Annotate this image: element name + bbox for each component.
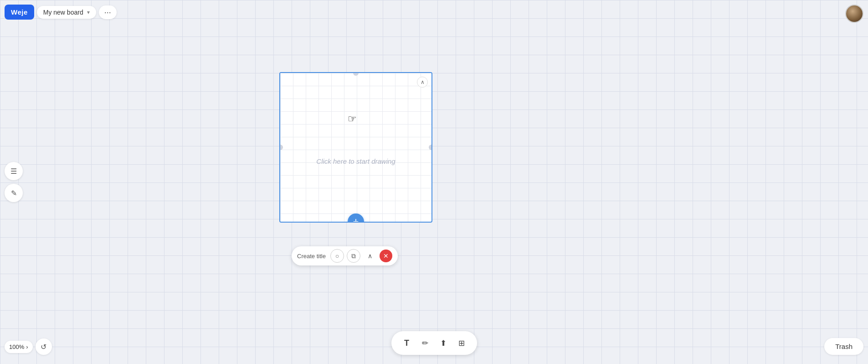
collapse-button[interactable]: ∧ — [417, 77, 428, 88]
close-node-button[interactable]: ✕ — [380, 250, 392, 262]
board-name-container[interactable]: My new board ▾ — [37, 6, 96, 19]
board-name-text: My new board — [43, 9, 83, 16]
pencil-icon: ✏ — [422, 338, 428, 348]
trash-button[interactable]: Trash — [824, 338, 863, 355]
draw-tool-button[interactable]: ✏ — [417, 335, 433, 351]
copy-icon: ⧉ — [351, 252, 356, 260]
layout-button[interactable]: ⊞ — [453, 335, 470, 351]
zoom-expand-icon: › — [26, 343, 28, 350]
up-icon: ∧ — [368, 252, 372, 260]
avatar-image — [846, 5, 863, 22]
circle-icon: ○ — [335, 252, 339, 260]
upload-icon: ⬆ — [440, 338, 447, 348]
copy-button[interactable]: ⧉ — [347, 249, 360, 263]
more-options-button[interactable]: ··· — [99, 5, 117, 19]
collapse-icon: ∧ — [421, 79, 425, 85]
menu-icon: ☰ — [10, 167, 17, 176]
node-toolbar: Create title ○ ⧉ ∧ ✕ — [292, 246, 398, 265]
upload-button[interactable]: ⬆ — [435, 335, 452, 351]
left-toolbar: ☰ ✎ — [5, 162, 23, 202]
circle-style-button[interactable]: ○ — [330, 249, 344, 263]
topbar: Weje My new board ▾ ··· — [5, 5, 117, 20]
text-tool-button[interactable]: T — [399, 335, 415, 351]
undo-button[interactable]: ↺ — [36, 338, 52, 355]
bottom-toolbar: T ✏ ⬆ ⊞ — [391, 331, 477, 355]
trash-label: Trash — [835, 343, 853, 350]
avatar[interactable] — [845, 5, 863, 23]
zoom-level: 100% — [9, 343, 24, 350]
canvas-background — [0, 0, 868, 364]
resize-handle-right[interactable] — [429, 145, 432, 150]
menu-button[interactable]: ☰ — [5, 162, 23, 180]
close-icon: ✕ — [383, 252, 389, 260]
layout-icon: ⊞ — [458, 338, 465, 348]
chevron-down-icon: ▾ — [87, 9, 90, 16]
move-up-button[interactable]: ∧ — [363, 249, 377, 263]
canvas-card[interactable]: ∧ ☞ Click here to start drawing + — [279, 72, 432, 223]
zoom-display[interactable]: 100% › — [5, 341, 33, 353]
undo-icon: ↺ — [41, 343, 46, 351]
canvas-card-grid — [280, 73, 431, 222]
create-title-label: Create title — [297, 253, 326, 260]
logo-button[interactable]: Weje — [5, 5, 34, 20]
pen-icon: ✎ — [11, 189, 17, 198]
zoom-control: 100% › ↺ — [5, 338, 52, 355]
pen-tool-button[interactable]: ✎ — [5, 184, 23, 202]
text-icon: T — [404, 338, 409, 348]
